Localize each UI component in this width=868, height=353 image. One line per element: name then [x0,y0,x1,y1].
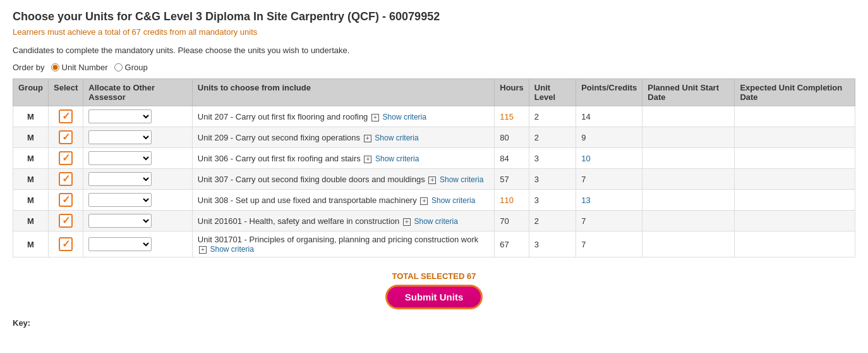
points-cell: 14 [576,106,642,127]
col-allocate: Allocate to Other Assessor [83,79,193,106]
allocate-dropdown[interactable] [88,237,152,251]
expected-completion-cell [735,190,855,211]
checkbox-wrapper[interactable]: ✓ [59,214,73,228]
show-criteria-link[interactable]: Show criteria [414,217,457,226]
col-units: Units to choose from include [192,79,494,106]
checkbox-wrapper[interactable]: ✓ [59,151,73,165]
allocate-dropdown[interactable] [88,109,152,123]
checkbox-checked-icon: ✓ [62,195,70,205]
plus-icon: + [428,176,436,184]
points-cell: 7 [576,169,642,190]
unit-text: Unit 209 - Carry out second fixing opera… [198,133,363,142]
order-unit-number-label: Unit Number [62,63,108,72]
expected-completion-cell [735,232,855,257]
checkbox-wrapper[interactable]: ✓ [59,130,73,144]
order-group-radio[interactable] [114,63,123,71]
table-row: M✓Unit 201601 - Health, safety and welfa… [13,211,855,232]
expected-completion-cell [735,148,855,169]
order-group-radio-label[interactable]: Group [114,63,148,72]
select-cell[interactable]: ✓ [49,232,83,257]
select-cell[interactable]: ✓ [49,211,83,232]
order-unit-number-radio-label[interactable]: Unit Number [51,63,108,72]
unit-level-cell: 3 [529,148,576,169]
unit-text: Unit 207 - Carry out first fix flooring … [198,112,370,121]
col-expected-completion: Expected Unit Completion Date [735,79,855,106]
points-cell: 7 [576,211,642,232]
plus-icon: + [199,246,207,254]
col-unit-level: Unit Level [529,79,576,106]
group-cell: M [13,169,49,190]
checkbox-checked-icon: ✓ [62,239,70,249]
allocate-dropdown[interactable] [88,130,152,144]
expected-completion-cell [735,211,855,232]
instruction: Candidates to complete the mandatory uni… [13,46,855,55]
allocate-dropdown[interactable] [88,151,152,165]
allocate-cell [83,190,193,211]
key-label: Key: [13,318,30,328]
order-by-label: Order by [13,63,45,72]
show-criteria-link[interactable]: Show criteria [440,175,483,184]
allocate-cell [83,127,193,148]
unit-cell: Unit 209 - Carry out second fixing opera… [192,127,494,148]
allocate-dropdown[interactable] [88,172,152,186]
table-row: M✓Unit 307 - Carry out second fixing dou… [13,169,855,190]
checkbox-checked-icon: ✓ [62,111,70,121]
show-criteria-link[interactable]: Show criteria [210,245,253,254]
col-group: Group [13,79,49,106]
total-section: TOTAL SELECTED 67 Submit Units [0,264,868,314]
hours-cell: 84 [495,148,529,169]
show-criteria-link[interactable]: Show criteria [383,113,426,121]
allocate-dropdown[interactable] [88,193,152,207]
unit-text: Unit 308 - Set up and use fixed and tran… [198,195,419,205]
group-cell: M [13,106,49,127]
table-row: M✓Unit 209 - Carry out second fixing ope… [13,127,855,148]
plus-icon: + [364,135,371,142]
points-cell: 13 [576,190,642,211]
order-unit-number-radio[interactable] [51,63,59,71]
select-cell[interactable]: ✓ [49,127,83,148]
subtitle: Learners must achieve a total of 67 cred… [13,27,855,37]
expected-completion-cell [735,106,855,127]
checkbox-wrapper[interactable]: ✓ [59,109,73,123]
expected-completion-cell [735,127,855,148]
unit-text: Unit 306 - Carry out first fix roofing a… [198,154,363,163]
select-cell[interactable]: ✓ [49,190,83,211]
select-cell[interactable]: ✓ [49,169,83,190]
col-planned-start: Planned Unit Start Date [642,79,735,106]
select-cell[interactable]: ✓ [49,106,83,127]
show-criteria-link[interactable]: Show criteria [375,154,419,163]
allocate-cell [83,148,193,169]
hours-cell: 57 [495,169,529,190]
allocate-cell [83,211,193,232]
select-cell[interactable]: ✓ [49,148,83,169]
allocate-cell [83,169,193,190]
col-points: Points/Credits [576,79,642,106]
unit-cell: Unit 307 - Carry out second fixing doubl… [192,169,494,190]
allocate-dropdown[interactable] [88,214,152,228]
expected-completion-cell [735,169,855,190]
unit-cell: Unit 201601 - Health, safety and welfare… [192,211,494,232]
planned-start-cell [642,148,735,169]
show-criteria-link[interactable]: Show criteria [431,196,475,205]
points-cell: 10 [576,148,642,169]
unit-cell: Unit 207 - Carry out first fix flooring … [192,106,494,127]
checkbox-wrapper[interactable]: ✓ [59,193,73,207]
key-section: Key: [0,314,868,331]
checkbox-wrapper[interactable]: ✓ [59,172,73,186]
table-header-row: Group Select Allocate to Other Assessor … [13,79,855,106]
hours-cell: 80 [495,127,529,148]
group-cell: M [13,148,49,169]
unit-text: Unit 201601 - Health, safety and welfare… [198,216,402,226]
planned-start-cell [642,232,735,257]
group-cell: M [13,190,49,211]
hours-cell: 70 [495,211,529,232]
checkbox-wrapper[interactable]: ✓ [59,237,73,251]
plus-icon: + [371,114,379,121]
submit-units-button[interactable]: Submit Units [385,285,483,309]
table-row: M✓Unit 308 - Set up and use fixed and tr… [13,190,855,211]
show-criteria-link[interactable]: Show criteria [375,133,418,142]
unit-cell: Unit 301701 - Principles of organising, … [192,232,494,257]
planned-start-cell [642,127,735,148]
planned-start-cell [642,169,735,190]
page-title: Choose your Units for C&G Level 3 Diplom… [13,10,855,23]
